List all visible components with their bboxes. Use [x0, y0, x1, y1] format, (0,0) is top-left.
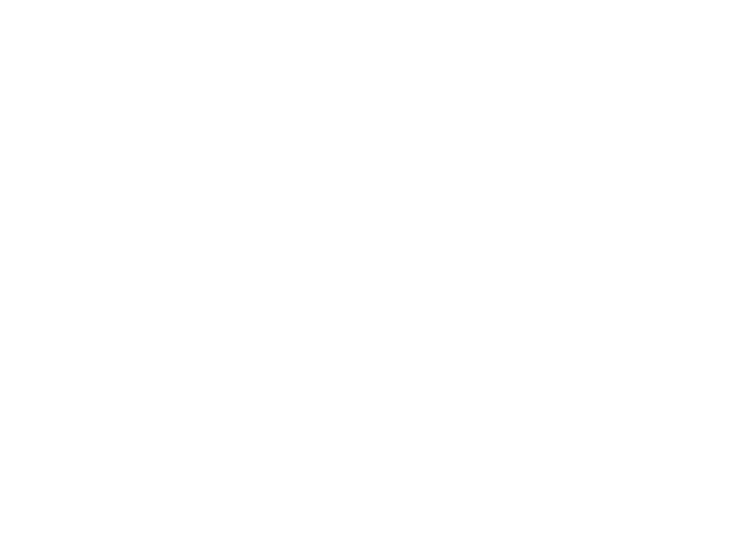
er-diagram-canvas: { "strings": { "indexes": "Indexes" }, "… — [0, 0, 756, 557]
relation-layer — [0, 0, 756, 557]
